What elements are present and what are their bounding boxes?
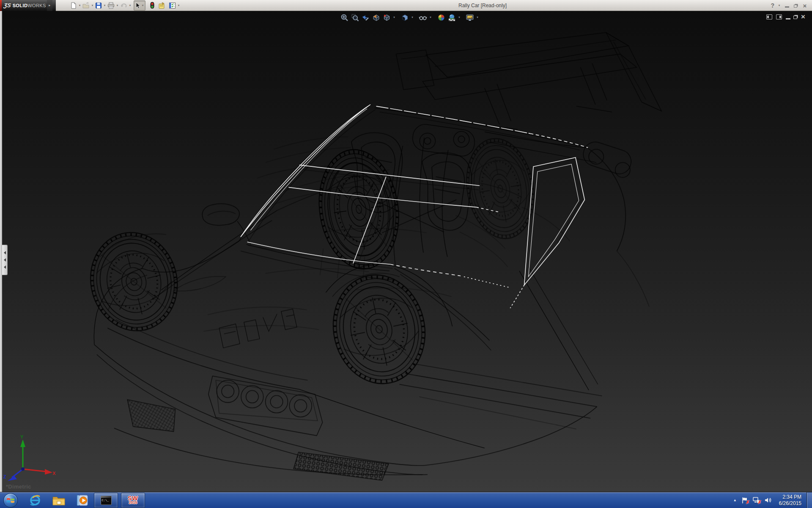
left-arrow-icon: [4, 251, 6, 254]
network-error-icon: ✗: [757, 500, 761, 505]
help-dropdown[interactable]: ▾: [777, 4, 781, 7]
pane-expand-handle[interactable]: [2, 245, 8, 275]
traffic-light-icon: [150, 2, 155, 9]
help-button[interactable]: ?: [771, 2, 774, 9]
view-orientation-button[interactable]: [382, 13, 391, 22]
options-dropdown[interactable]: ▾: [177, 4, 181, 7]
app-minimize-button[interactable]: [784, 2, 790, 9]
collapse-pane-button[interactable]: [766, 14, 772, 19]
select-cursor-icon: [134, 2, 141, 9]
display-style-button[interactable]: [400, 13, 409, 22]
undo-dropdown[interactable]: ▾: [128, 4, 132, 7]
show-desktop-button[interactable]: [807, 492, 812, 508]
fog-lights: [208, 376, 323, 436]
document-title: Rally Car [Read-only]: [436, 3, 529, 8]
solidworks-taskbar-button[interactable]: SW 2015: [121, 493, 145, 508]
new-dropdown[interactable]: ▾: [78, 4, 82, 7]
document-window-controls: ×: [766, 14, 805, 20]
view-settings-dropdown[interactable]: ▾: [476, 16, 479, 19]
menu-expand-button[interactable]: ▸: [47, 0, 52, 11]
comment-button[interactable]: [157, 1, 166, 10]
view-settings-button[interactable]: [465, 13, 475, 22]
open-dropdown[interactable]: ▾: [91, 4, 94, 7]
graphics-area[interactable]: ▾ ▾ ▾: [0, 11, 812, 492]
command-prompt-icon: C:\_: [101, 496, 112, 505]
roof-vents: [411, 123, 634, 177]
network-status-button[interactable]: ✗: [753, 497, 760, 504]
previous-view-icon: [362, 14, 370, 22]
edit-appearance-button[interactable]: [436, 13, 446, 22]
action-center-error-icon: ✗: [746, 500, 749, 505]
solidworks-logo: ƷS SOLID WORKS ▸: [0, 0, 56, 11]
taskbar-clock[interactable]: 2:34 PM 6/26/2015: [776, 494, 806, 507]
pane-left-icon: [767, 16, 769, 18]
view-orientation-label: *Dimetric: [6, 483, 31, 490]
view-orientation-icon: [383, 14, 391, 22]
ds-logo-icon: ƷS: [3, 2, 11, 8]
select-tool-group: ▾: [134, 0, 145, 11]
rally-car-model[interactable]: [0, 11, 812, 492]
markup-note-icon: [158, 2, 165, 9]
command-prompt-button[interactable]: C:\_: [94, 493, 118, 508]
expand-pane-button[interactable]: [776, 14, 782, 19]
start-button[interactable]: [3, 493, 18, 508]
action-center-button[interactable]: ✗: [741, 497, 749, 504]
select-dropdown[interactable]: ▾: [141, 4, 145, 7]
zoom-to-fit-button[interactable]: [340, 13, 349, 22]
car-wireframe[interactable]: [80, 33, 661, 480]
speaker-icon: [765, 497, 772, 503]
print-button[interactable]: [107, 1, 115, 10]
highlighted-edges[interactable]: [241, 105, 588, 308]
volume-button[interactable]: [765, 497, 772, 504]
display-style-dropdown[interactable]: ▾: [411, 16, 414, 19]
beltline-highlight[interactable]: [299, 165, 480, 186]
appearance-ball-icon: [437, 14, 445, 22]
brand-solid: SOLID: [13, 3, 28, 8]
save-button[interactable]: [94, 1, 103, 10]
options-button[interactable]: [168, 1, 177, 10]
left-arrow-icon: [4, 258, 6, 262]
view-settings-icon: [466, 14, 474, 22]
show-hidden-icons-button[interactable]: ▲: [733, 498, 737, 502]
rebuild-button[interactable]: [149, 1, 156, 10]
app-close-button[interactable]: ×: [802, 2, 808, 9]
media-player-button[interactable]: [74, 492, 91, 508]
app-restore-button[interactable]: [793, 2, 799, 9]
internet-explorer-button[interactable]: [27, 492, 43, 508]
clock-time: 2:34 PM: [779, 494, 801, 500]
view-orientation-dropdown[interactable]: ▾: [392, 16, 396, 19]
apply-scene-icon: [448, 14, 456, 22]
save-dropdown[interactable]: ▾: [103, 4, 107, 7]
standard-toolbar: ▾ ▾ ▾ ▾: [69, 0, 181, 11]
zoom-to-fit-icon: [340, 14, 348, 22]
open-folder-icon: [82, 2, 90, 9]
display-style-icon: [401, 14, 409, 22]
doc-close-button[interactable]: ×: [801, 14, 805, 20]
apply-scene-button[interactable]: [447, 13, 456, 22]
pane-right-icon: [779, 16, 781, 18]
rear-wing[interactable]: [396, 33, 662, 130]
rear-left-wheel[interactable]: [323, 266, 435, 392]
front-left-wheel[interactable]: [80, 223, 188, 340]
undo-button[interactable]: [119, 1, 128, 10]
previous-view-button[interactable]: [361, 13, 370, 22]
titlebar: ƷS SOLID WORKS ▸ ▾ ▾ ▾: [0, 0, 812, 11]
windows-explorer-button[interactable]: [51, 492, 67, 508]
internet-explorer-icon: [29, 494, 41, 507]
hide-show-items-button[interactable]: [418, 13, 428, 22]
section-view-button[interactable]: [371, 13, 381, 22]
zoom-to-area-icon: [351, 14, 359, 22]
app-window-controls: ? ▾ ×: [771, 0, 808, 11]
select-button[interactable]: [134, 1, 141, 10]
hood-emblem: [219, 309, 297, 348]
heads-up-view-toolbar: ▾ ▾ ▾: [340, 13, 479, 22]
doc-minimize-button[interactable]: [786, 15, 790, 19]
print-dropdown[interactable]: ▾: [115, 4, 119, 7]
apply-scene-dropdown[interactable]: ▾: [458, 16, 461, 19]
triad-y-label: Y: [20, 434, 24, 439]
doc-restore-button[interactable]: [794, 15, 797, 19]
open-document-button[interactable]: [82, 1, 91, 10]
new-document-button[interactable]: [69, 1, 78, 10]
zoom-to-area-button[interactable]: [350, 13, 359, 22]
hide-show-dropdown[interactable]: ▾: [429, 16, 432, 19]
